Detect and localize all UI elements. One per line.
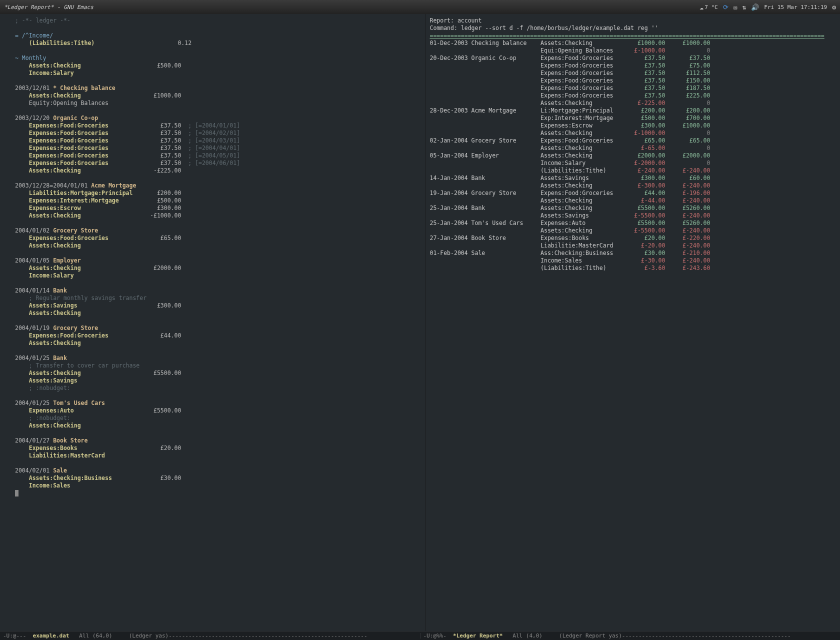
source-line[interactable] [15, 47, 422, 54]
report-line: 20-Dec-2003 Organic Co-op Expens:Food:Gr… [430, 54, 836, 62]
source-line[interactable]: Income:Salary [15, 272, 422, 280]
source-line[interactable]: ~ Monthly [15, 54, 422, 62]
report-line: (Liabilities:Tithe) £-3.60 £-243.60 [430, 264, 836, 272]
net-icon[interactable]: ⇅ [742, 4, 746, 10]
report-line: (Liabilities:Tithe) £-240.00 £-240.00 [430, 167, 836, 174]
titlebar: *Ledger Report* - GNU Emacs ☁7 °C ⟳ ✉ ⇅ … [0, 0, 840, 14]
source-line[interactable]: 2003/12/01 * Checking balance [15, 84, 422, 92]
modeline: -U:@--- example.dat All (64,0) (Ledger y… [0, 631, 840, 640]
report-line: Assets:Checking £-300.00 £-240.00 [430, 182, 836, 190]
mail-icon[interactable]: ✉ [734, 4, 738, 10]
source-line[interactable]: Assets:Checking £1000.00 [15, 92, 422, 100]
source-line[interactable]: = /^Income/ [15, 32, 422, 40]
source-line[interactable]: Assets:Savings £300.00 [15, 302, 422, 310]
source-line[interactable]: Assets:Checking:Business £30.00 [15, 474, 422, 482]
source-line[interactable]: ; Regular monthly savings transfer [15, 294, 422, 302]
source-line[interactable]: 2004/01/05 Employer [15, 257, 422, 264]
source-line[interactable]: ; -*- ledger -*- [15, 17, 422, 24]
source-line[interactable]: Assets:Checking -£225.00 [15, 167, 422, 174]
source-line[interactable]: 2004/01/19 Grocery Store [15, 324, 422, 332]
modeline-right: -U:@%%- *Ledger Report* All (4,0) (Ledge… [420, 633, 840, 638]
report-line: 19-Jan-2004 Grocery Store Expens:Food:Gr… [430, 190, 836, 197]
reload-icon[interactable]: ⟳ [723, 4, 728, 10]
source-line[interactable] [15, 174, 422, 182]
report-line: Command: ledger --sort d -f /home/borbus… [430, 24, 836, 32]
source-line[interactable]: Expenses:Interest:Mortgage £500.00 [15, 197, 422, 204]
source-line[interactable]: Expenses:Escrow £300.00 [15, 204, 422, 212]
source-line[interactable]: Liabilities:Mortgage:Principal £200.00 [15, 190, 422, 197]
source-line[interactable]: Expenses:Auto £5500.00 [15, 407, 422, 414]
source-line[interactable] [15, 490, 422, 497]
source-line[interactable] [15, 77, 422, 84]
source-line[interactable]: Expenses:Food:Groceries £37.50 ; [=2004/… [15, 137, 422, 144]
report-line: Income:Sales £-30.00 £-240.00 [430, 257, 836, 264]
ledger-report-pane[interactable]: Report: accountCommand: ledger --sort d … [426, 14, 840, 631]
source-line[interactable] [15, 460, 422, 467]
report-line: 25-Jan-2004 Tom's Used Cars Expenses:Aut… [430, 220, 836, 227]
source-line[interactable]: 2004/02/01 Sale [15, 467, 422, 474]
weather-icon: ☁ [700, 4, 704, 10]
source-line[interactable]: Equity:Opening Balances [15, 100, 422, 107]
report-line: Expens:Food:Groceries £37.50 £75.00 [430, 62, 836, 70]
source-line[interactable]: Assets:Savings [15, 377, 422, 384]
ledger-source-pane[interactable]: ; -*- ledger -*-= /^Income/ (Liabilities… [0, 14, 426, 631]
source-line[interactable]: (Liabilities:Tithe) 0.12 [15, 40, 422, 47]
source-line[interactable] [15, 430, 422, 437]
source-line[interactable] [15, 24, 422, 32]
tray-weather[interactable]: ☁7 °C [700, 4, 718, 10]
source-line[interactable]: 2004/01/14 Bank [15, 287, 422, 294]
gear-icon[interactable]: ⚙ [832, 4, 836, 10]
volume-icon[interactable]: 🔊 [751, 4, 759, 10]
source-line[interactable]: Assets:Checking [15, 310, 422, 317]
source-line[interactable]: Assets:Checking £5500.00 [15, 370, 422, 377]
report-line: Expens:Food:Groceries £37.50 £150.00 [430, 77, 836, 84]
source-line[interactable] [15, 220, 422, 227]
source-line[interactable] [15, 317, 422, 324]
source-line[interactable] [15, 347, 422, 354]
report-line: 28-Dec-2003 Acme Mortgage Li:Mortgage:Pr… [430, 107, 836, 114]
report-line: Equi:Opening Balances £-1000.00 0 [430, 47, 836, 54]
report-line: Assets:Checking £-44.00 £-240.00 [430, 197, 836, 204]
source-line[interactable]: Expenses:Food:Groceries £44.00 [15, 332, 422, 340]
source-line[interactable]: Assets:Checking -£1000.00 [15, 212, 422, 220]
source-line[interactable]: Expenses:Food:Groceries £37.50 ; [=2004/… [15, 144, 422, 152]
source-line[interactable]: Expenses:Books £20.00 [15, 444, 422, 452]
source-line[interactable]: 2004/01/25 Bank [15, 354, 422, 362]
source-line[interactable]: Assets:Checking £500.00 [15, 62, 422, 70]
source-line[interactable] [15, 250, 422, 257]
source-line[interactable]: 2003/12/28=2004/01/01 Acme Mortgage [15, 182, 422, 190]
cursor [15, 490, 18, 496]
source-line[interactable]: Expenses:Food:Groceries £37.50 ; [=2004/… [15, 160, 422, 167]
source-line[interactable]: 2004/01/27 Book Store [15, 437, 422, 444]
source-line[interactable]: Income:Sales [15, 482, 422, 490]
source-line[interactable]: ; :nobudget: [15, 384, 422, 392]
report-line: 01-Feb-2004 Sale Ass:Checking:Business £… [430, 250, 836, 257]
report-line: 02-Jan-2004 Grocery Store Expens:Food:Gr… [430, 137, 836, 144]
report-line: Income:Salary £-2000.00 0 [430, 160, 836, 167]
source-line[interactable]: Assets:Checking [15, 340, 422, 347]
source-line[interactable]: ; Transfer to cover car purchase [15, 362, 422, 370]
report-line: Expens:Food:Groceries £37.50 £112.50 [430, 70, 836, 77]
source-line[interactable]: Liabilities:MasterCard [15, 452, 422, 460]
source-line[interactable]: Assets:Checking [15, 242, 422, 250]
report-line: Report: account [430, 17, 836, 24]
source-line[interactable] [15, 392, 422, 400]
source-line[interactable]: Expenses:Food:Groceries £37.50 ; [=2004/… [15, 130, 422, 137]
source-line[interactable]: Assets:Checking [15, 422, 422, 430]
source-line[interactable]: ; :nobudget: [15, 414, 422, 422]
source-line[interactable]: Expenses:Food:Groceries £37.50 ; [=2004/… [15, 122, 422, 130]
source-line[interactable] [15, 107, 422, 114]
source-line[interactable]: 2004/01/02 Grocery Store [15, 227, 422, 234]
source-line[interactable]: 2003/12/20 Organic Co-op [15, 114, 422, 122]
source-line[interactable]: Assets:Checking £2000.00 [15, 264, 422, 272]
report-line: 25-Jan-2004 Bank Assets:Checking £5500.0… [430, 204, 836, 212]
source-line[interactable]: Expenses:Food:Groceries £37.50 ; [=2004/… [15, 152, 422, 160]
source-line[interactable]: Expenses:Food:Groceries £65.00 [15, 234, 422, 242]
source-line[interactable] [15, 280, 422, 287]
system-tray: ☁7 °C ⟳ ✉ ⇅ 🔊 Fri 15 Mar 17:11:19 ⚙ [700, 4, 836, 10]
source-line[interactable]: Income:Salary [15, 70, 422, 77]
report-line: Exp:Interest:Mortgage £500.00 £700.00 [430, 114, 836, 122]
source-line[interactable]: 2004/01/25 Tom's Used Cars [15, 400, 422, 407]
report-line: 05-Jan-2004 Employer Assets:Checking £20… [430, 152, 836, 160]
report-line: Assets:Checking £-65.00 0 [430, 144, 836, 152]
